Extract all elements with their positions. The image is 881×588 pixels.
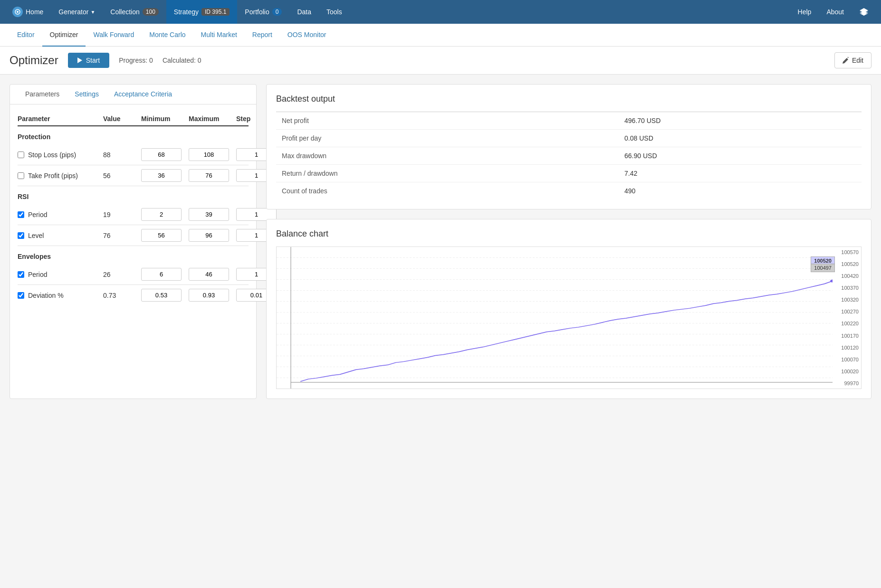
tab-walk-forward[interactable]: Walk Forward: [86, 24, 142, 47]
table-row: Deviation % 0.73: [18, 285, 249, 305]
table-row: Period 19: [18, 204, 249, 225]
nav-help[interactable]: Help: [790, 0, 819, 24]
table-row: Max drawdown 66.90 USD: [276, 147, 862, 165]
profit-per-day-label: Profit per day: [276, 130, 619, 147]
section-rsi: RSI: [18, 186, 249, 204]
table-row: Return / drawdown 7.42: [276, 165, 862, 182]
generator-arrow: ▼: [90, 9, 95, 15]
section-protection: Protection: [18, 126, 249, 144]
env-period-checkbox[interactable]: [18, 271, 24, 278]
top-nav: Home Generator ▼ Collection 100 Strategy…: [0, 0, 881, 24]
panel-tab-settings[interactable]: Settings: [67, 85, 106, 104]
rsi-level-min[interactable]: [141, 229, 182, 242]
chart-label-7: 100220: [833, 321, 859, 326]
edit-button[interactable]: Edit: [834, 52, 871, 68]
nav-about[interactable]: About: [819, 0, 852, 24]
nav-portfolio[interactable]: Portfolio 0: [237, 0, 289, 24]
backtest-table: Net profit 496.70 USD Profit per day 0.0…: [276, 112, 862, 199]
deviation-value: 0.73: [103, 292, 141, 299]
chart-label-10: 100070: [833, 357, 859, 362]
chart-label-3: 100420: [833, 273, 859, 279]
params-table: Parameter Value Minimum Maximum Step Pro…: [10, 104, 256, 313]
nav-data[interactable]: Data: [289, 0, 319, 24]
balance-chart-svg: [277, 247, 833, 389]
right-panel: Backtest output Net profit 496.70 USD Pr…: [266, 84, 871, 399]
tab-oos-monitor[interactable]: OOS Monitor: [280, 24, 334, 47]
play-icon: [77, 57, 82, 63]
main-content: Parameters Settings Acceptance Criteria …: [0, 75, 881, 408]
collection-badge: 100: [143, 8, 159, 16]
rsi-period-min[interactable]: [141, 208, 182, 221]
start-button[interactable]: Start: [68, 53, 110, 68]
progress-label: Progress: 0: [119, 57, 153, 64]
tab-monte-carlo[interactable]: Monte Carlo: [142, 24, 193, 47]
tab-optimizer[interactable]: Optimizer: [42, 24, 86, 47]
chart-labels: 100570 100520 100420 100370 100320 10027…: [833, 247, 859, 389]
tab-editor[interactable]: Editor: [10, 24, 42, 47]
net-profit-label: Net profit: [276, 112, 619, 130]
tab-multi-market[interactable]: Multi Market: [193, 24, 245, 47]
table-row: Profit per day 0.08 USD: [276, 130, 862, 147]
stop-loss-min[interactable]: [141, 148, 182, 161]
env-period-value: 26: [103, 271, 141, 278]
return-drawdown-value: 7.42: [619, 165, 862, 182]
deviation-max[interactable]: [189, 289, 229, 302]
home-label: Home: [26, 8, 43, 16]
stop-loss-max[interactable]: [189, 148, 229, 161]
chart-label-5: 100320: [833, 297, 859, 303]
take-profit-min[interactable]: [141, 169, 182, 182]
backtest-title: Backtest output: [276, 94, 862, 104]
nav-tools[interactable]: Tools: [319, 0, 350, 24]
deviation-min[interactable]: [141, 289, 182, 302]
backtest-section: Backtest output Net profit 496.70 USD Pr…: [266, 84, 871, 209]
section-envelopes: Envelopes: [18, 246, 249, 264]
home-icon: [12, 7, 23, 17]
net-profit-value: 496.70 USD: [619, 112, 862, 130]
nav-home[interactable]: Home: [5, 0, 51, 24]
table-row: Take Profit (pips) 56: [18, 165, 249, 186]
max-drawdown-value: 66.90 USD: [619, 147, 862, 165]
chart-label-1: 100520: [833, 261, 859, 267]
rsi-level-checkbox[interactable]: [18, 232, 24, 239]
nav-strategy[interactable]: Strategy ID 395.1: [166, 0, 238, 24]
nav-icon-btn[interactable]: [852, 0, 876, 24]
strategy-badge: ID 395.1: [201, 8, 230, 16]
table-row: Period 26: [18, 264, 249, 285]
nav-collection[interactable]: Collection 100: [103, 0, 166, 24]
count-trades-label: Count of trades: [276, 182, 619, 200]
rsi-period-max[interactable]: [189, 208, 229, 221]
deviation-checkbox[interactable]: [18, 292, 24, 299]
table-row: Level 76: [18, 225, 249, 246]
count-trades-value: 490: [619, 182, 862, 200]
chart-tooltip-2: 100497: [811, 264, 835, 272]
take-profit-value: 56: [103, 172, 141, 180]
sub-nav: Editor Optimizer Walk Forward Monte Carl…: [0, 24, 881, 47]
rsi-level-max[interactable]: [189, 229, 229, 242]
chart-label-6: 100270: [833, 309, 859, 314]
panel-tabs: Parameters Settings Acceptance Criteria: [10, 85, 256, 104]
tab-report[interactable]: Report: [245, 24, 280, 47]
chart-label-4: 100370: [833, 285, 859, 291]
nav-generator[interactable]: Generator ▼: [51, 0, 103, 24]
svg-point-1: [17, 11, 19, 13]
param-take-profit-name: Take Profit (pips): [18, 172, 103, 180]
panel-tab-parameters[interactable]: Parameters: [18, 85, 67, 104]
chart-label-8: 100170: [833, 333, 859, 339]
params-header: Parameter Value Minimum Maximum Step: [18, 112, 249, 126]
pencil-icon: [843, 57, 849, 64]
panel-tab-acceptance[interactable]: Acceptance Criteria: [106, 85, 180, 104]
env-period-max[interactable]: [189, 268, 229, 281]
chart-container: 100570 100520 100420 100370 100320 10027…: [276, 247, 862, 389]
rsi-level-value: 76: [103, 232, 141, 239]
take-profit-max[interactable]: [189, 169, 229, 182]
rsi-period-checkbox[interactable]: [18, 211, 24, 218]
env-period-min[interactable]: [141, 268, 182, 281]
chart-section: Balance chart: [266, 219, 871, 399]
param-rsi-level-name: Level: [18, 232, 103, 239]
page-header: Optimizer Start Progress: 0 Calculated: …: [0, 47, 881, 75]
take-profit-checkbox[interactable]: [18, 172, 24, 179]
stop-loss-checkbox[interactable]: [18, 152, 24, 158]
stop-loss-value: 88: [103, 151, 141, 159]
chart-title: Balance chart: [276, 229, 862, 239]
chart-label-9: 100120: [833, 345, 859, 351]
